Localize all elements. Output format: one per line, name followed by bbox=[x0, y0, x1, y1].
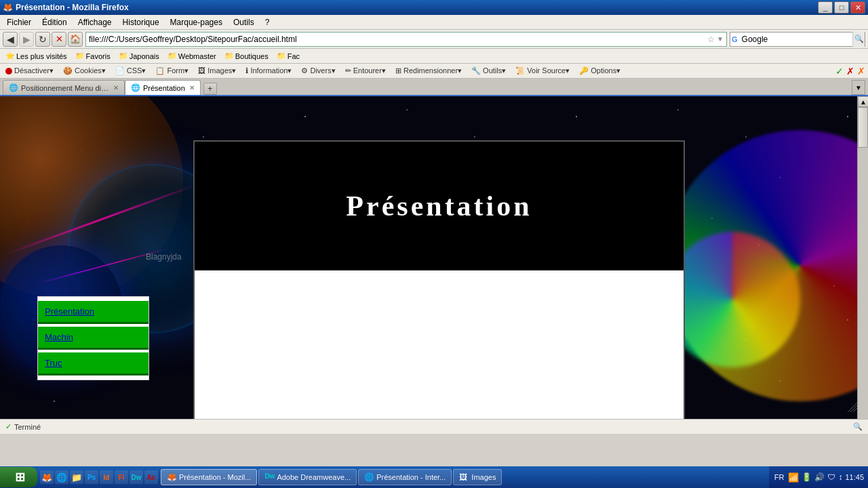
bookmark-star-icon[interactable]: ☆ bbox=[705, 35, 717, 44]
tab-presentation[interactable]: 🌐 Présentation ✕ bbox=[125, 80, 201, 95]
maximize-button[interactable]: □ bbox=[834, 1, 849, 14]
home-button[interactable]: 🏠 bbox=[68, 32, 83, 47]
menu-marque-pages[interactable]: Marque-pages bbox=[166, 16, 226, 28]
zoom-icon: 🔍 bbox=[853, 422, 863, 431]
tray-volume-icon: 🔊 bbox=[814, 472, 825, 482]
window-icon: 🦊 bbox=[3, 3, 13, 12]
webdev-form[interactable]: 📋 Form▾ bbox=[153, 66, 191, 76]
taskbar-icon-ie[interactable]: 🌐 bbox=[55, 470, 68, 484]
taskbar-app-firefox[interactable]: 🦊 Présentation - Mozil... bbox=[161, 469, 257, 485]
menu-help[interactable]: ? bbox=[261, 16, 274, 28]
main-content-panel: Présentation bbox=[193, 140, 685, 421]
tab-label-1: Positionnement Menu différent ent... bbox=[21, 84, 109, 92]
back-button[interactable]: ◀ bbox=[3, 32, 18, 47]
taskbar-app-label-images: Images bbox=[471, 473, 496, 481]
nav-menu-presentation[interactable]: Présentation bbox=[38, 301, 149, 324]
bookmarks-bar: ⭐ Les plus visités 📁 Favoris 📁 Japonais … bbox=[0, 49, 868, 64]
taskbar-app-icon-images: 🖼 bbox=[459, 472, 469, 482]
webdev-divers[interactable]: ⚙ Divers▾ bbox=[298, 66, 338, 76]
search-bar-container: G 🔍 bbox=[730, 32, 865, 47]
taskbar-app-label-inter: Présentation - Inter... bbox=[376, 473, 446, 481]
site-nav-menu: Présentation Machin Truc bbox=[37, 296, 149, 380]
validator-error-icon: ✗ bbox=[846, 66, 854, 77]
nav-menu-machin[interactable]: Machin bbox=[38, 327, 149, 350]
taskbar-app-dreamweaver[interactable]: Dw Adobe Dreamweave... bbox=[258, 469, 357, 485]
search-button[interactable]: 🔍 bbox=[852, 32, 865, 47]
window-title: Présentation - Mozilla Firefox bbox=[16, 3, 818, 12]
browser-content: Présentation Machin Truc Blagnyjda Prése… bbox=[0, 96, 868, 434]
status-text: Terminé bbox=[14, 423, 41, 431]
nav-menu-truc[interactable]: Truc bbox=[38, 352, 149, 375]
webdev-css[interactable]: 📄 CSS▾ bbox=[113, 66, 149, 76]
bookmark-japonais[interactable]: 📁 Japonais bbox=[116, 51, 162, 61]
scrollbar-thumb[interactable] bbox=[858, 107, 868, 148]
validator-ok-icon: ✓ bbox=[835, 66, 844, 77]
webdev-outils[interactable]: 🔧 Outils▾ bbox=[469, 66, 509, 76]
close-button[interactable]: ✕ bbox=[850, 1, 865, 14]
taskbar: ⊞ 🦊 🌐 📁 Ps Id Fl Dw Ac 🦊 Présentation - … bbox=[0, 466, 868, 488]
taskbar-icon-fl[interactable]: Fl bbox=[115, 470, 128, 484]
tab-scroll-button[interactable]: ▼ bbox=[852, 80, 865, 95]
new-tab-button[interactable]: + bbox=[203, 83, 217, 95]
status-bar: ✓ Terminé 🔍 bbox=[0, 419, 868, 434]
search-input[interactable] bbox=[739, 35, 852, 44]
bookmark-webmaster[interactable]: 📁 Webmaster bbox=[165, 51, 219, 61]
tab-label-2: Présentation bbox=[143, 84, 185, 92]
taskbar-app-icon-dw: Dw bbox=[264, 472, 274, 482]
windows-icon: ⊞ bbox=[15, 470, 25, 485]
stop-button[interactable]: ✕ bbox=[52, 32, 66, 47]
minimize-button[interactable]: _ bbox=[818, 1, 833, 14]
address-input[interactable] bbox=[89, 35, 705, 44]
taskbar-icon-firefox[interactable]: 🦊 bbox=[40, 470, 54, 484]
menu-edition[interactable]: Édition bbox=[38, 16, 71, 28]
taskbar-icon-ps[interactable]: Ps bbox=[85, 470, 98, 484]
webdev-desactiver[interactable]: Désactiver▾ bbox=[3, 66, 56, 76]
webdev-redimensionner[interactable]: ⊞ Redimensionner▾ bbox=[393, 66, 465, 76]
taskbar-icon-dw[interactable]: Dw bbox=[130, 470, 143, 484]
webdev-voir-source[interactable]: 📜 Voir Source▾ bbox=[513, 66, 572, 76]
webdev-toolbar: Désactiver▾ 🍪 Cookies▾ 📄 CSS▾ 📋 Form▾ 🖼 … bbox=[0, 64, 868, 79]
bookmark-les-plus-visites[interactable]: ⭐ Les plus visités bbox=[3, 51, 70, 61]
dropdown-icon[interactable]: ▼ bbox=[717, 35, 724, 43]
tray-language: FR bbox=[773, 473, 786, 481]
menu-bar: Fichier Édition Affichage Historique Mar… bbox=[0, 15, 868, 30]
taskbar-icon-folder[interactable]: 📁 bbox=[70, 470, 83, 484]
webdev-images[interactable]: 🖼 Images▾ bbox=[195, 66, 239, 76]
webdev-information[interactable]: ℹ Information▾ bbox=[243, 66, 294, 76]
page-title: Présentation bbox=[346, 190, 532, 222]
tab-close-1[interactable]: ✕ bbox=[113, 84, 119, 92]
address-bar-container: ☆ ▼ bbox=[85, 32, 727, 47]
tab-bar: 🌐 Positionnement Menu différent ent... ✕… bbox=[0, 79, 868, 96]
bookmark-fac[interactable]: 📁 Fac bbox=[274, 51, 302, 61]
tray-antivirus-icon: 🛡 bbox=[827, 472, 835, 482]
taskbar-quick-launch: 🦊 🌐 📁 Ps Id Fl Dw Ac bbox=[40, 470, 158, 484]
navigation-bar: ◀ ▶ ↻ ✕ 🏠 ☆ ▼ G 🔍 bbox=[0, 30, 868, 49]
bookmark-boutiques[interactable]: 📁 Boutiques bbox=[222, 51, 271, 61]
menu-outils[interactable]: Outils bbox=[229, 16, 258, 28]
taskbar-icon-id[interactable]: Id bbox=[100, 470, 113, 484]
taskbar-app-presentation-inter[interactable]: 🌐 Présentation - Inter... bbox=[358, 469, 452, 485]
google-icon: G bbox=[730, 35, 739, 43]
tab-positionnement[interactable]: 🌐 Positionnement Menu différent ent... ✕ bbox=[3, 80, 125, 95]
taskbar-app-images[interactable]: 🖼 Images bbox=[453, 469, 502, 485]
rainbow-orb-small bbox=[665, 232, 800, 367]
taskbar-system-tray: FR 📶 🔋 🔊 🛡 ↕ 11:45 bbox=[769, 466, 868, 488]
validator-warn-icon: ✗ bbox=[857, 66, 865, 77]
window-controls: _ □ ✕ bbox=[818, 1, 865, 14]
bookmark-favoris[interactable]: 📁 Favoris bbox=[73, 51, 113, 61]
menu-fichier[interactable]: Fichier bbox=[3, 16, 35, 28]
scroll-up-button[interactable]: ▲ bbox=[858, 96, 868, 107]
forward-button[interactable]: ▶ bbox=[19, 32, 34, 47]
start-button[interactable]: ⊞ bbox=[0, 467, 37, 487]
taskbar-icon-acrobat[interactable]: Ac bbox=[144, 470, 158, 484]
webdev-entourer[interactable]: ✏ Entourer▾ bbox=[342, 66, 389, 76]
menu-historique[interactable]: Historique bbox=[119, 16, 163, 28]
title-bar: 🦊 Présentation - Mozilla Firefox _ □ ✕ bbox=[0, 0, 868, 15]
tab-close-2[interactable]: ✕ bbox=[189, 84, 195, 92]
webdev-options[interactable]: 🔑 Options▾ bbox=[576, 66, 623, 76]
reload-button[interactable]: ↻ bbox=[35, 32, 50, 47]
menu-affichage[interactable]: Affichage bbox=[74, 16, 116, 28]
resize-handle[interactable] bbox=[848, 403, 857, 412]
webdev-cookies[interactable]: 🍪 Cookies▾ bbox=[60, 66, 108, 76]
status-right: 🔍 bbox=[853, 422, 863, 431]
